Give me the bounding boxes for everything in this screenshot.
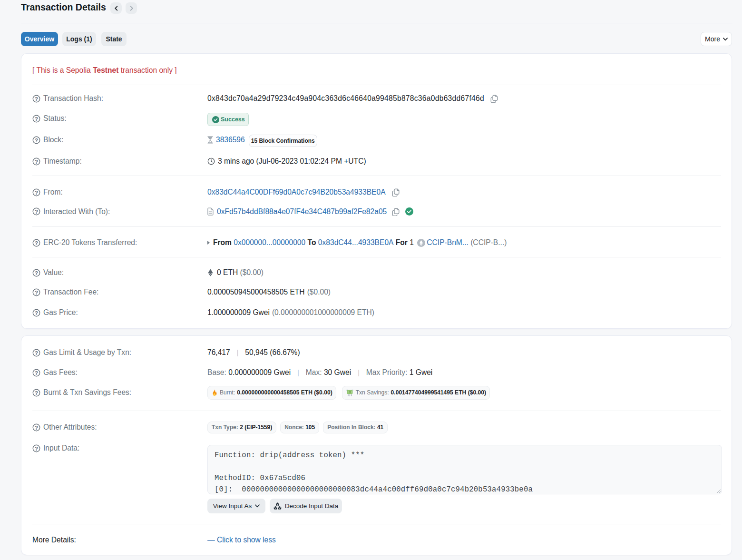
svg-text:?: ? [35, 158, 38, 164]
svg-text:?: ? [35, 445, 38, 451]
svg-text:?: ? [35, 370, 38, 375]
svg-text:?: ? [35, 310, 38, 315]
svg-text:?: ? [35, 209, 38, 215]
svg-text:?: ? [35, 137, 38, 143]
svg-text:?: ? [35, 116, 38, 121]
svg-text:?: ? [35, 390, 38, 395]
svg-text:?: ? [35, 424, 38, 430]
svg-text:?: ? [35, 240, 38, 246]
svg-text:?: ? [35, 270, 38, 275]
svg-text:?: ? [35, 289, 38, 295]
svg-text:?: ? [35, 189, 38, 195]
svg-text:?: ? [35, 350, 38, 355]
svg-text:?: ? [35, 96, 38, 101]
